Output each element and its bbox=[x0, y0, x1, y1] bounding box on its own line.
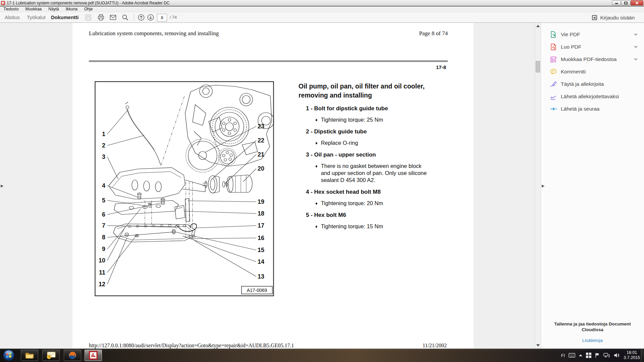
doc-footer-date: 11/21/2002 bbox=[380, 343, 447, 349]
toolbar: Aloitus Työkalut Dokumentti bbox=[0, 12, 644, 23]
acrobat-reader-window: 17-1 Lubrication system components remov… bbox=[0, 0, 644, 362]
save-icon[interactable] bbox=[85, 14, 92, 21]
diamond-bullet-icon: ♦ bbox=[315, 200, 318, 207]
taskbar-outlook[interactable] bbox=[42, 350, 60, 361]
send-track-icon bbox=[550, 105, 557, 113]
diagram-callout-16: 16 bbox=[258, 235, 264, 241]
close-button[interactable] bbox=[631, 0, 643, 5]
diagram-callout-17: 17 bbox=[258, 222, 264, 229]
part-item-title: 1 - Bolt for dipstick guide tube bbox=[299, 105, 453, 113]
diagram-callout-21: 21 bbox=[258, 151, 264, 158]
minimize-button[interactable] bbox=[612, 0, 621, 5]
doc-page-indicator: Page 8 of 74 bbox=[347, 30, 448, 37]
chevron-down-icon[interactable] bbox=[634, 32, 638, 37]
diamond-bullet-icon: ♦ bbox=[315, 223, 318, 230]
tool-laheta-ja-seuraa[interactable]: Lähetä ja seuraa bbox=[541, 103, 644, 115]
doc-section-number: 17-8 bbox=[413, 64, 446, 70]
diagram-callout-2: 2 bbox=[102, 142, 105, 149]
page-number-input[interactable] bbox=[157, 14, 167, 21]
windows-update-icon[interactable] bbox=[586, 353, 591, 358]
taskbar-file-explorer[interactable] bbox=[21, 350, 38, 361]
tab-dokumentti[interactable]: Dokumentti bbox=[51, 12, 79, 23]
search-icon[interactable] bbox=[121, 14, 129, 21]
start-orb[interactable] bbox=[3, 349, 15, 361]
part-item-title: 5 - Hex bolt M6 bbox=[299, 211, 453, 219]
chevron-down-icon[interactable] bbox=[634, 45, 638, 49]
scrollbar-thumb[interactable] bbox=[536, 61, 540, 72]
taskbar: FI 16:01 bbox=[0, 349, 644, 362]
action-center-flag-icon[interactable] bbox=[595, 353, 600, 358]
menu-ikkuna[interactable]: Ikkuna bbox=[62, 7, 81, 11]
page-down-icon[interactable] bbox=[147, 14, 154, 21]
keyboard-icon[interactable] bbox=[569, 353, 575, 358]
menu-bar: Tiedosto Muokkaa Näytä Ikkuna Ohje bbox=[0, 6, 644, 12]
tool-kommentti[interactable]: Kommentti bbox=[541, 65, 644, 78]
document-viewer: Lubrication system components, removing … bbox=[0, 23, 541, 349]
tool-vie-pdf[interactable]: Vie PDF bbox=[541, 28, 644, 41]
language-indicator[interactable]: FI bbox=[561, 353, 565, 358]
diagram-callout-19: 19 bbox=[258, 198, 264, 205]
tools-panel: ▶ Vie PDF Luo PDF bbox=[541, 23, 644, 349]
email-icon[interactable] bbox=[109, 14, 117, 21]
doc-footer-url[interactable]: http://127.0.0.1:8080/audi/servlet/Displ… bbox=[89, 343, 294, 349]
outlook-icon bbox=[46, 351, 56, 360]
sign-in-button[interactable]: Kirjaudu sisään bbox=[592, 12, 635, 23]
menu-muokkaa[interactable]: Muokkaa bbox=[22, 7, 45, 11]
document-cloud-promo: Tallenna ja jaa tiedostoja Document Clou… bbox=[541, 321, 644, 333]
scroll-down-icon[interactable] bbox=[536, 344, 540, 347]
diagram-callout-15: 15 bbox=[258, 247, 264, 253]
taskbar-acrobat-reader[interactable] bbox=[85, 350, 102, 361]
firefox-icon bbox=[68, 351, 77, 360]
doc-running-header: Lubrication system components, removing … bbox=[89, 30, 219, 37]
volume-icon[interactable] bbox=[614, 353, 620, 358]
file-explorer-icon bbox=[24, 351, 35, 360]
send-for-signature-icon bbox=[550, 93, 557, 100]
tray-time: 16:01 bbox=[624, 350, 640, 355]
diagram-callout-7: 7 bbox=[102, 222, 105, 229]
hidden-icons-arrow[interactable] bbox=[579, 354, 582, 356]
lisatietoja-link[interactable]: Lisätietoja bbox=[541, 338, 644, 343]
show-desktop-button[interactable] bbox=[641, 349, 644, 362]
network-icon[interactable] bbox=[603, 353, 610, 358]
tools-panel-toggle-icon[interactable]: ▶ bbox=[542, 184, 544, 188]
diamond-bullet-icon: ♦ bbox=[315, 116, 318, 123]
menu-tiedosto[interactable]: Tiedosto bbox=[0, 7, 22, 11]
left-panel-toggle-icon[interactable]: ▶ bbox=[1, 184, 3, 188]
figure-frame: 1234567891011122322212019181716151413 A1… bbox=[95, 81, 274, 296]
doc-divider-rule bbox=[89, 60, 448, 62]
sign-in-label: Kirjaudu sisään bbox=[600, 15, 635, 20]
tool-laheta-allekirjoitettavaksi[interactable]: Lähetä allekirjoitettavaksi bbox=[541, 90, 644, 103]
part-item-title: 4 - Hex socket head bolt M8 bbox=[299, 188, 453, 196]
taskbar-firefox[interactable] bbox=[64, 350, 81, 361]
menu-ohje[interactable]: Ohje bbox=[81, 7, 96, 11]
tool-luo-pdf[interactable]: Luo PDF bbox=[541, 41, 644, 53]
diagram-callout-14: 14 bbox=[258, 258, 264, 265]
clock[interactable]: 16:01 3.7.2015 bbox=[624, 350, 640, 360]
tool-tayta-ja-allekirjoita[interactable]: Täytä ja allekirjoita bbox=[541, 78, 644, 90]
fill-sign-icon bbox=[550, 80, 557, 88]
maximize-button[interactable] bbox=[621, 0, 630, 5]
toolbar-divider bbox=[134, 14, 134, 21]
acrobat-app-icon bbox=[1, 1, 5, 5]
figure-label: A17-0069 bbox=[247, 288, 267, 293]
page-up-icon[interactable] bbox=[138, 14, 145, 21]
chevron-down-icon[interactable] bbox=[634, 57, 638, 61]
diagram-callout-6: 6 bbox=[102, 211, 105, 218]
export-pdf-icon bbox=[550, 31, 557, 38]
menu-nayta[interactable]: Näytä bbox=[45, 7, 62, 11]
tab-aloitus[interactable]: Aloitus bbox=[5, 12, 20, 23]
create-pdf-icon bbox=[550, 43, 557, 51]
tool-muokkaa-pdf[interactable]: Muokkaa PDF-tiedostoa bbox=[541, 53, 644, 65]
part-item-note: ♦There is no gasket between engine block… bbox=[299, 163, 453, 184]
vertical-scrollbar[interactable] bbox=[535, 23, 541, 349]
diagram-callout-4: 4 bbox=[102, 182, 105, 189]
part-item-note: ♦Tightening torque: 15 Nm bbox=[299, 223, 453, 230]
print-icon[interactable] bbox=[97, 14, 105, 21]
signin-icon bbox=[592, 15, 597, 20]
scroll-up-icon[interactable] bbox=[536, 25, 540, 27]
tab-tyokalut[interactable]: Työkalut bbox=[27, 12, 46, 23]
diagram-callout-22: 22 bbox=[258, 137, 264, 144]
system-tray: FI 16:01 bbox=[561, 349, 640, 362]
engine-diagram: 1234567891011122322212019181716151413 A1… bbox=[95, 81, 274, 296]
diagram-callout-20: 20 bbox=[258, 165, 264, 172]
